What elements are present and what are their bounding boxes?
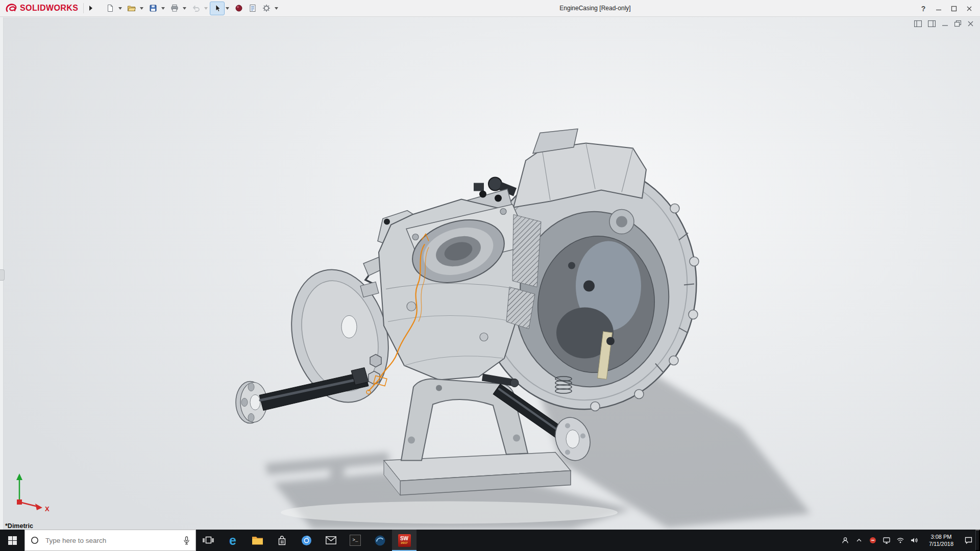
- chrome-icon: [301, 535, 312, 546]
- taskbar-app-blue[interactable]: [368, 530, 392, 551]
- floor-reflection: [281, 502, 618, 524]
- chevron-down-icon: [204, 7, 208, 10]
- tray-date: 7/11/2018: [929, 540, 953, 547]
- minimize-icon: [942, 20, 948, 27]
- chevron-down-icon: [118, 7, 122, 10]
- taskbar: e: [0, 530, 980, 551]
- select-tool-button[interactable]: [210, 2, 224, 15]
- solidworks-window: SOLIDWORKS: [0, 0, 980, 551]
- quick-access-toolbar: [103, 2, 281, 15]
- taskbar-app-mail[interactable]: [318, 530, 343, 551]
- undo-dropdown[interactable]: [203, 2, 209, 15]
- microphone-icon[interactable]: [183, 536, 190, 546]
- properties-sheet-icon: [249, 4, 257, 12]
- engine-casing-model: [0, 17, 980, 530]
- undo-icon: [192, 4, 200, 12]
- maximize-icon: [951, 6, 957, 12]
- doc-restore-button[interactable]: [954, 20, 961, 27]
- minimize-icon: [936, 6, 942, 12]
- save-dropdown[interactable]: [160, 2, 166, 15]
- save-icon: [149, 4, 157, 12]
- options-dropdown[interactable]: [273, 2, 279, 15]
- open-button[interactable]: [125, 2, 138, 15]
- chevron-down-icon: [140, 7, 143, 10]
- task-view-icon: [202, 535, 214, 546]
- clock[interactable]: 3:08 PM 7/11/2018: [921, 530, 962, 551]
- options-button[interactable]: [259, 2, 273, 15]
- edit-appearance-button[interactable]: [232, 2, 246, 15]
- display-button[interactable]: [879, 530, 893, 551]
- show-right-pane-button[interactable]: [928, 20, 936, 27]
- taskbar-app-store[interactable]: [270, 530, 294, 551]
- view-orientation-label: *Dimetric: [5, 522, 33, 530]
- edge-icon: e: [229, 534, 236, 547]
- start-button[interactable]: [0, 530, 24, 551]
- display-icon: [883, 536, 891, 544]
- x-axis-label: X: [45, 505, 50, 513]
- network-button[interactable]: [893, 530, 907, 551]
- file-properties-button[interactable]: [246, 2, 259, 15]
- red-circle-icon: [869, 537, 876, 544]
- taskbar-app-command-prompt[interactable]: >_: [343, 530, 368, 551]
- brand-text: SOLIDWORKS: [20, 4, 78, 13]
- mail-icon: [326, 536, 336, 544]
- pane-splitter-handle[interactable]: [0, 269, 5, 281]
- hidden-icons-button[interactable]: [852, 530, 866, 551]
- close-icon: [966, 6, 972, 12]
- maximize-button[interactable]: [946, 2, 962, 15]
- help-button[interactable]: ?: [916, 2, 931, 15]
- save-button[interactable]: [146, 2, 160, 15]
- search-input[interactable]: [25, 530, 195, 550]
- print-button[interactable]: [167, 2, 181, 15]
- divider: [83, 3, 84, 13]
- new-document-button[interactable]: [103, 2, 117, 15]
- taskbar-app-solidworks[interactable]: SW 2017: [392, 530, 416, 551]
- workspace: X *Dimetric: [0, 17, 980, 530]
- appearance-sphere-icon: [235, 4, 243, 12]
- doc-minimize-button[interactable]: [942, 20, 948, 27]
- window-controls: ?: [916, 0, 977, 17]
- select-dropdown[interactable]: [224, 2, 230, 15]
- taskbar-app-file-explorer[interactable]: [245, 530, 270, 551]
- chevron-down-icon: [275, 7, 278, 10]
- taskbar-app-edge[interactable]: e: [220, 530, 245, 551]
- network-icon: [896, 536, 904, 544]
- taskbar-search: [24, 530, 196, 551]
- title-bar: SOLIDWORKS: [0, 0, 980, 17]
- people-button[interactable]: [838, 530, 852, 551]
- print-dropdown[interactable]: [181, 2, 187, 15]
- x-axis-arrow: [35, 504, 42, 510]
- minimize-button[interactable]: [931, 2, 946, 15]
- chevron-down-icon: [226, 7, 229, 10]
- store-icon: [277, 535, 287, 546]
- task-view-button[interactable]: [196, 530, 220, 551]
- tray-red-app-button[interactable]: [866, 530, 879, 551]
- volume-icon: [910, 536, 918, 544]
- volume-button[interactable]: [907, 530, 921, 551]
- doc-close-button[interactable]: [967, 20, 974, 27]
- taskbar-app-chrome[interactable]: [294, 530, 318, 551]
- people-icon: [841, 536, 849, 544]
- windows-logo-icon: [8, 536, 17, 545]
- tray-time: 3:08 PM: [931, 533, 952, 540]
- orientation-triad: X: [9, 466, 55, 513]
- action-center-button[interactable]: [962, 530, 975, 551]
- graphics-viewport[interactable]: X *Dimetric: [0, 17, 980, 530]
- undo-button[interactable]: [189, 2, 203, 15]
- show-left-pane-button[interactable]: [914, 20, 922, 27]
- origin-marker: [17, 499, 22, 505]
- document-window-controls: [914, 20, 974, 27]
- new-document-dropdown[interactable]: [117, 2, 123, 15]
- chevron-down-icon: [183, 7, 186, 10]
- ds-logo-icon: [5, 3, 18, 13]
- document-title: EngineCasing [Read-only]: [559, 5, 630, 12]
- show-desktop-button[interactable]: [975, 530, 980, 551]
- right-pane-icon: [928, 20, 936, 27]
- system-tray: 3:08 PM 7/11/2018: [838, 530, 980, 551]
- menu-flyout-arrow[interactable]: [87, 3, 95, 14]
- close-button[interactable]: [962, 2, 977, 15]
- app-icon: [374, 535, 386, 546]
- cortana-icon: [31, 536, 39, 544]
- action-center-icon: [964, 536, 973, 545]
- open-dropdown[interactable]: [138, 2, 144, 15]
